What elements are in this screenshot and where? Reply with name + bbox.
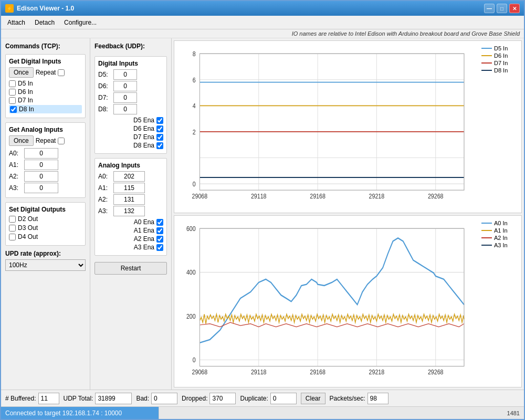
a3-fb-label: A3: — [98, 207, 111, 215]
a0-ena-checkbox[interactable] — [156, 219, 163, 226]
packets-sec-input[interactable] — [368, 393, 388, 404]
buffered-label: # Buffered: — [5, 395, 36, 402]
d5-ena-row: D5 Ena — [98, 117, 163, 124]
restart-button[interactable]: Restart — [94, 262, 167, 275]
a2-fb-input[interactable] — [113, 194, 145, 205]
a0-cmd-label: A0: — [9, 150, 22, 157]
d2-out-checkbox[interactable] — [9, 216, 16, 223]
minimize-button[interactable]: — — [484, 4, 495, 13]
buffered-input[interactable] — [38, 393, 59, 404]
d6-in-row: D6 In — [9, 88, 82, 96]
legend-a1-line — [481, 230, 492, 231]
a0-fb-input[interactable] — [113, 171, 145, 182]
upd-rate-select[interactable]: 10Hz 50Hz 100Hz 200Hz 500Hz — [5, 259, 86, 271]
d6-ena-checkbox[interactable] — [156, 125, 163, 132]
d7-in-checkbox[interactable] — [9, 97, 16, 104]
a3-fb-input[interactable] — [113, 206, 145, 216]
get-analog-section: Get Analog Inputs Once Repeat A0: A1: A2… — [5, 122, 86, 198]
d6-fb-label: D6: — [98, 82, 111, 90]
legend-d6-line — [481, 55, 492, 56]
a1-cmd-input[interactable] — [24, 160, 58, 170]
udp-total-input[interactable] — [95, 393, 132, 404]
menu-attach[interactable]: Attach — [3, 17, 29, 28]
analog-chart-container: 600 400 200 0 29068 29118 29168 29218 29… — [174, 215, 522, 388]
maximize-button[interactable]: □ — [497, 4, 507, 13]
bad-field: Bad: — [136, 393, 177, 404]
d7-ena-checkbox[interactable] — [156, 134, 163, 141]
menu-configure[interactable]: Configure... — [60, 17, 101, 28]
dropped-label: Dropped: — [182, 395, 207, 402]
legend-d5: D5 In — [481, 45, 519, 51]
legend-d8-label: D8 In — [494, 67, 508, 74]
digital-chart-area: 8 6 4 2 0 29068 29118 29168 29218 29268 — [174, 41, 479, 213]
digital-chart-container: 8 6 4 2 0 29068 29118 29168 29218 29268 — [174, 40, 522, 213]
svg-text:6: 6 — [193, 76, 196, 83]
packets-sec-label: Packets/sec: — [330, 395, 365, 402]
left-panel: Commands (TCP): Get Digital Inputs Once … — [1, 38, 90, 390]
a2-cmd-input[interactable] — [24, 171, 58, 182]
menu-detach[interactable]: Detach — [30, 17, 59, 28]
a0-cmd-input[interactable] — [24, 148, 58, 159]
legend-a2: A2 In — [481, 235, 519, 241]
svg-text:0: 0 — [193, 180, 196, 188]
clear-button[interactable]: Clear — [301, 393, 326, 404]
bottom-bar: # Buffered: UDP Total: Bad: Dropped: Dup… — [1, 390, 524, 406]
a2-cmd-row: A2: — [9, 171, 82, 182]
bad-input[interactable] — [151, 393, 177, 404]
svg-text:29168: 29168 — [310, 192, 326, 200]
menu-bar: Attach Detach Configure... — [1, 16, 524, 29]
svg-text:29168: 29168 — [310, 368, 326, 376]
a2-cmd-label: A2: — [9, 173, 22, 180]
a1-fb-label: A1: — [98, 184, 111, 192]
a2-ena-checkbox[interactable] — [156, 236, 163, 243]
svg-text:29218: 29218 — [369, 192, 385, 200]
a3-ena-checkbox[interactable] — [156, 244, 163, 251]
analog-chart-svg: 600 400 200 0 29068 29118 29168 29218 29… — [174, 216, 479, 387]
svg-text:29068: 29068 — [192, 368, 208, 376]
d8-ena-label: D8 Ena — [133, 142, 154, 149]
d8-in-checkbox[interactable] — [10, 106, 17, 113]
digital-chart-svg: 8 6 4 2 0 29068 29118 29168 29218 29268 — [174, 41, 479, 213]
set-digital-title: Set Digital Outputs — [9, 206, 82, 213]
set-digital-section: Set Digital Outputs D2 Out D3 Out D4 Out — [5, 202, 86, 246]
legend-d6: D6 In — [481, 52, 519, 59]
a1-fb-input[interactable] — [113, 183, 145, 193]
d5-ena-checkbox[interactable] — [156, 117, 163, 124]
analog-once-button[interactable]: Once — [9, 135, 34, 146]
a1-ena-checkbox[interactable] — [156, 227, 163, 234]
d7-fb-input[interactable] — [113, 92, 137, 103]
analog-repeat-label: Repeat — [36, 137, 56, 144]
get-digital-title: Get Digital Inputs — [9, 58, 82, 65]
d5-fb-input[interactable] — [113, 69, 137, 80]
d8-ena-checkbox[interactable] — [156, 142, 163, 149]
analog-repeat-checkbox[interactable] — [58, 138, 65, 144]
d5-fb-row: D5: — [98, 69, 163, 80]
buffered-field: # Buffered: — [5, 393, 59, 404]
legend-a3-line — [481, 245, 492, 246]
d3-out-checkbox[interactable] — [9, 225, 16, 232]
window-title: Edison Viewer - 1.0 — [17, 5, 74, 12]
svg-text:600: 600 — [186, 224, 196, 232]
d6-fb-input[interactable] — [113, 81, 137, 91]
a3-cmd-input[interactable] — [24, 183, 58, 193]
svg-text:29068: 29068 — [192, 192, 208, 200]
digital-repeat-checkbox[interactable] — [58, 69, 65, 76]
d2-out-row: D2 Out — [9, 215, 82, 223]
close-button[interactable]: ✕ — [509, 4, 520, 13]
digital-once-button[interactable]: Once — [9, 67, 34, 78]
d6-fb-row: D6: — [98, 81, 163, 91]
app-icon: ⚡ — [5, 4, 14, 13]
dropped-input[interactable] — [209, 393, 236, 404]
a1-ena-row: A1 Ena — [98, 227, 163, 234]
d8-in-label: D8 In — [19, 106, 34, 113]
d4-out-checkbox[interactable] — [9, 234, 16, 240]
d6-ena-row: D6 Ena — [98, 125, 163, 132]
a1-ena-label: A1 Ena — [134, 227, 154, 234]
duplicate-input[interactable] — [270, 393, 297, 404]
title-bar: ⚡ Edison Viewer - 1.0 — □ ✕ — [1, 1, 524, 16]
a0-cmd-row: A0: — [9, 148, 82, 159]
upd-rate-label: UPD rate (approx): — [5, 250, 86, 257]
d5-in-checkbox[interactable] — [9, 80, 16, 87]
d8-fb-input[interactable] — [113, 104, 137, 114]
d6-in-checkbox[interactable] — [9, 89, 16, 96]
